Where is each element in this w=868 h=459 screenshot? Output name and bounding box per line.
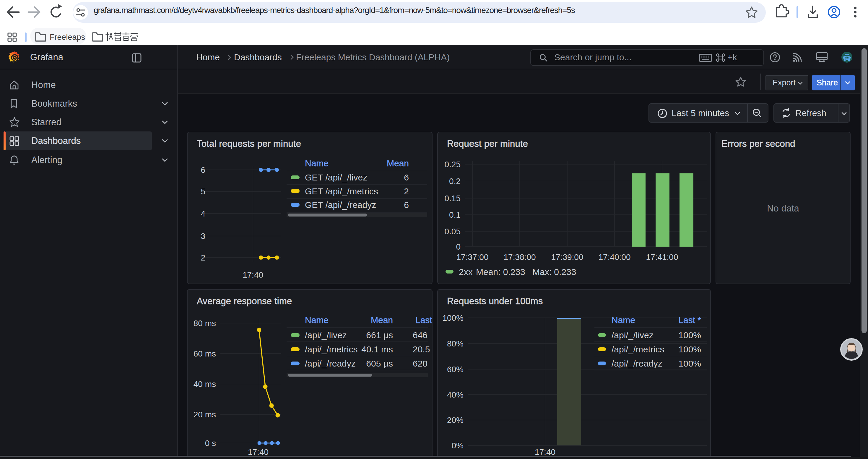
svg-text:20%: 20% [447,416,464,425]
svg-text:/api/_/readyz: /api/_/readyz [305,359,356,368]
svg-text:2: 2 [404,186,409,196]
svg-text:661 µs: 661 µs [366,330,393,340]
svg-text:Last *: Last * [415,315,432,325]
svg-text:/api/_/livez: /api/_/livez [305,330,347,340]
svg-text:Name: Name [305,315,329,325]
svg-text:17:40: 17:40 [535,448,555,457]
svg-text:17:37:00: 17:37:00 [457,253,489,262]
svg-text:0.1: 0.1 [449,210,461,220]
svg-text:/api/_/readyz: /api/_/readyz [612,359,662,368]
svg-text:6: 6 [404,200,409,210]
svg-text:0.2: 0.2 [449,177,461,186]
svg-text:60 ms: 60 ms [193,349,216,358]
svg-text:0.05: 0.05 [445,227,461,236]
svg-text:0 s: 0 s [205,438,216,448]
svg-text:Last *: Last * [678,315,701,325]
svg-text:Mean: Mean [371,315,393,325]
svg-text:40.1 ms: 40.1 ms [361,345,393,354]
svg-text:40%: 40% [447,390,464,399]
svg-text:/api/_/metrics: /api/_/metrics [305,345,358,354]
svg-text:20 ms: 20 ms [193,410,216,419]
svg-text:5: 5 [200,187,205,196]
svg-text:Name: Name [305,158,329,168]
svg-text:40 ms: 40 ms [193,380,216,389]
svg-text:6: 6 [404,172,409,182]
svg-text:620: 620 [413,359,428,368]
svg-text:80 ms: 80 ms [193,319,216,328]
svg-text:4: 4 [200,209,205,218]
svg-text:2: 2 [200,253,205,262]
svg-text:100%: 100% [442,314,464,323]
svg-text:Mean: 0.233: Mean: 0.233 [476,267,525,277]
svg-text:17:39:00: 17:39:00 [551,253,584,262]
svg-text:Mean: Mean [387,158,409,168]
svg-text:20.5 r: 20.5 r [413,345,432,354]
svg-text:80%: 80% [447,339,464,348]
svg-text:6: 6 [200,165,205,174]
svg-text:GET /api/_/readyz: GET /api/_/readyz [305,200,376,210]
svg-text:0%: 0% [452,441,464,450]
svg-text:605 µs: 605 µs [366,359,393,368]
svg-text:17:38:00: 17:38:00 [504,253,536,262]
svg-text:17:40:00: 17:40:00 [598,253,631,262]
svg-text:Max: 0.233: Max: 0.233 [532,267,576,277]
svg-text:GET /api/_/livez: GET /api/_/livez [305,172,367,182]
svg-text:100%: 100% [678,359,701,368]
svg-text:GET /api/_/metrics: GET /api/_/metrics [305,186,378,196]
svg-text:17:40: 17:40 [248,448,269,457]
svg-text:100%: 100% [678,330,701,340]
svg-text:/api/_/metrics: /api/_/metrics [612,345,664,354]
svg-text:/api/_/livez: /api/_/livez [612,330,653,340]
svg-text:100%: 100% [678,345,701,354]
svg-text:0: 0 [456,242,461,251]
svg-text:3: 3 [200,232,205,241]
svg-text:17:40: 17:40 [243,270,263,280]
svg-text:60%: 60% [447,365,464,374]
svg-text:17:41:00: 17:41:00 [646,253,678,262]
svg-text:0.15: 0.15 [445,194,461,203]
svg-text:Name: Name [612,315,635,325]
svg-text:646: 646 [413,330,428,340]
svg-text:2xx: 2xx [459,267,473,277]
svg-text:0.25: 0.25 [445,160,461,169]
